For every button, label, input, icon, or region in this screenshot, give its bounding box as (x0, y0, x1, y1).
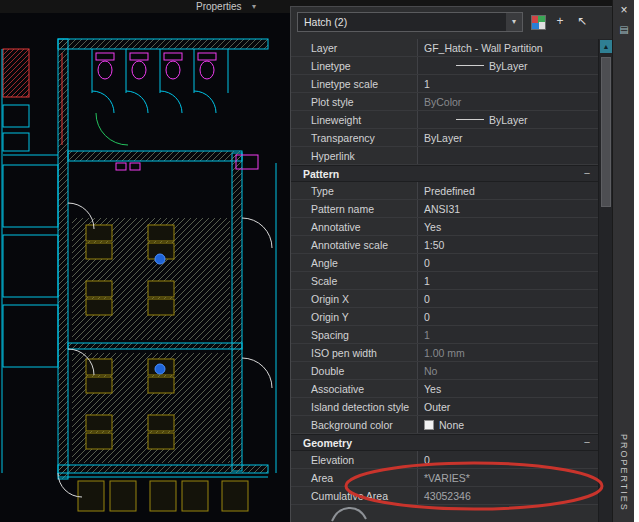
area-value[interactable]: *VARIES* (417, 469, 599, 486)
property-row: Scale 1 (291, 272, 599, 290)
property-label: Background color (291, 419, 417, 431)
property-value[interactable]: ByColor (417, 93, 599, 110)
left-rooms[interactable] (2, 49, 58, 473)
scrollbar[interactable]: ▲ (598, 39, 612, 522)
palette-tab-properties[interactable]: PROPERTIES (619, 434, 629, 512)
property-value[interactable]: ByLayer (417, 129, 599, 146)
property-row: Layer GF_Hatch - Wall Partition (291, 39, 599, 57)
property-value[interactable]: Outer (417, 398, 599, 415)
toolbar-title[interactable]: Properties (196, 0, 242, 13)
autohide-icon[interactable]: ▤ (613, 24, 635, 35)
property-value[interactable]: Yes (417, 218, 599, 235)
property-row: Island detection style Outer (291, 398, 599, 416)
property-value-text: ByLayer (489, 114, 528, 126)
cad-drawing-canvas[interactable] (0, 13, 290, 522)
property-label: Linetype scale (291, 78, 417, 90)
close-icon[interactable]: × (613, 3, 635, 17)
property-row: Type Predefined (291, 182, 599, 200)
property-label: Spacing (291, 329, 417, 341)
property-value[interactable]: ANSI31 (417, 200, 599, 217)
property-label: Double (291, 365, 417, 377)
property-row: Hyperlink (291, 147, 599, 165)
property-value[interactable]: GF_Hatch - Wall Partition (417, 39, 599, 56)
property-label: Lineweight (291, 114, 417, 126)
section-header-pattern[interactable]: Pattern − (291, 165, 599, 182)
property-label: Linetype (291, 60, 417, 72)
lineweight-sample-icon (456, 119, 484, 120)
property-row: Origin X 0 (291, 290, 599, 308)
property-label: Associative (291, 383, 417, 395)
object-type-value: Hatch (2) (304, 16, 347, 28)
pickadd-toggle-icon[interactable]: + (551, 12, 569, 30)
property-row: Elevation 0 (291, 451, 599, 469)
property-value[interactable]: ByLayer (417, 111, 599, 128)
property-label: Type (291, 185, 417, 197)
collapse-icon[interactable]: − (581, 435, 593, 450)
cumulative-area-value[interactable]: 43052346 (417, 487, 599, 504)
property-row: Area *VARIES* (291, 469, 599, 487)
screenshot-edge (634, 0, 639, 522)
property-row: Double No (291, 362, 599, 380)
property-value-text: None (439, 419, 464, 431)
property-label: ISO pen width (291, 347, 417, 359)
property-value[interactable]: 0 (417, 451, 599, 468)
chevron-down-icon[interactable]: ▾ (252, 0, 256, 13)
collapse-icon[interactable]: − (581, 166, 593, 181)
property-value[interactable]: Yes (417, 380, 599, 397)
property-row: Background color None (291, 416, 599, 434)
properties-palette: Hatch (2) ▾ + ↖ Layer GF_Hatch - Wall Pa… (290, 6, 612, 522)
scrollbar-thumb[interactable] (601, 57, 611, 207)
scroll-up-button[interactable]: ▲ (600, 40, 612, 53)
property-row: Pattern name ANSI31 (291, 200, 599, 218)
property-value[interactable]: 0 (417, 290, 599, 307)
property-value[interactable]: ByLayer (417, 57, 599, 74)
property-label: Annotative scale (291, 239, 417, 251)
property-value[interactable]: No (417, 362, 599, 379)
property-row: Cumulative Area 43052346 (291, 487, 599, 505)
property-label: Layer (291, 42, 417, 54)
property-label: Scale (291, 275, 417, 287)
property-row: Transparency ByLayer (291, 129, 599, 147)
chevron-down-icon[interactable]: ▾ (506, 13, 522, 31)
property-label: Transparency (291, 132, 417, 144)
property-value[interactable] (417, 147, 599, 164)
property-value[interactable]: 1 (417, 326, 599, 343)
property-row: Lineweight ByLayer (291, 111, 599, 129)
color-swatch-icon (424, 420, 434, 430)
property-label: Origin X (291, 293, 417, 305)
linetype-sample-icon (456, 65, 484, 66)
property-row: Plot style ByColor (291, 93, 599, 111)
property-value-text: ByLayer (489, 60, 528, 72)
property-row: ISO pen width 1.00 mm (291, 344, 599, 362)
property-row: Linetype ByLayer (291, 57, 599, 75)
property-value[interactable]: 1 (417, 272, 599, 289)
quick-select-icon[interactable] (531, 15, 546, 30)
property-value[interactable]: 1.00 mm (417, 344, 599, 361)
section-title: Geometry (303, 437, 352, 449)
red-room[interactable] (3, 49, 62, 145)
autocad-screen: Properties ▾ (0, 0, 639, 522)
property-row: Origin Y 0 (291, 308, 599, 326)
property-grid: Layer GF_Hatch - Wall Partition Linetype… (291, 39, 599, 505)
property-row: Spacing 1 (291, 326, 599, 344)
property-label: Cumulative Area (291, 490, 417, 502)
property-value[interactable]: Predefined (417, 182, 599, 199)
property-value[interactable]: None (417, 416, 599, 433)
property-row: Linetype scale 1 (291, 75, 599, 93)
property-value[interactable]: 0 (417, 308, 599, 325)
section-title: Pattern (303, 168, 339, 180)
panel-header: Hatch (2) ▾ + ↖ (291, 7, 599, 39)
property-row: Associative Yes (291, 380, 599, 398)
section-header-geometry[interactable]: Geometry − (291, 434, 599, 451)
floor-plan[interactable] (0, 13, 290, 522)
property-label: Annotative (291, 221, 417, 233)
property-label: Island detection style (291, 401, 417, 413)
property-value[interactable]: 1 (417, 75, 599, 92)
property-value[interactable]: 0 (417, 254, 599, 271)
object-type-dropdown[interactable]: Hatch (2) ▾ (297, 12, 523, 32)
select-objects-icon[interactable]: ↖ (573, 12, 591, 30)
palette-titlebar: × ▤ PROPERTIES (612, 0, 634, 522)
property-row: Angle 0 (291, 254, 599, 272)
property-label: Elevation (291, 454, 417, 466)
property-value[interactable]: 1:50 (417, 236, 599, 253)
